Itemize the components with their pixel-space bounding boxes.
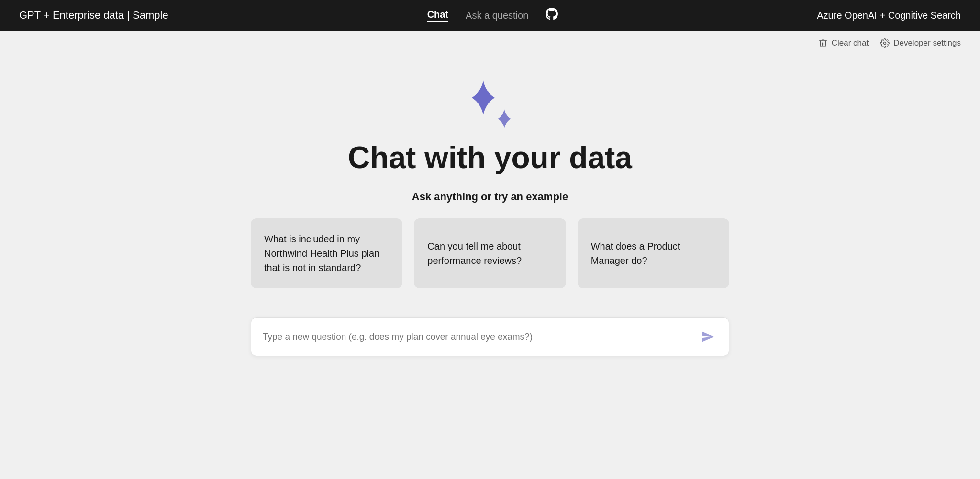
github-icon[interactable] (546, 8, 558, 23)
chat-input-container (251, 317, 729, 356)
nav-chat[interactable]: Chat (427, 9, 448, 22)
page-subheading: Ask anything or try an example (412, 191, 568, 203)
example-cards-container: What is included in my Northwind Health … (251, 218, 729, 288)
azure-label: Azure OpenAI + Cognitive Search (817, 10, 961, 21)
send-button[interactable] (698, 327, 717, 346)
example-card-2[interactable]: Can you tell me about performance review… (414, 218, 566, 288)
developer-settings-button[interactable]: Developer settings (880, 38, 961, 48)
app-header: GPT + Enterprise data | Sample Chat Ask … (0, 0, 980, 31)
svg-point-0 (884, 42, 886, 45)
trash-icon (818, 38, 828, 48)
sparkle-small-icon (495, 109, 514, 128)
example-card-1[interactable]: What is included in my Northwind Health … (251, 218, 402, 288)
example-card-3[interactable]: What does a Product Manager do? (578, 218, 729, 288)
clear-chat-button[interactable]: Clear chat (818, 38, 869, 48)
main-content: Chat with your data Ask anything or try … (0, 52, 980, 376)
page-heading: Chat with your data (348, 140, 632, 175)
sparkle-decoration (466, 80, 514, 128)
chat-input[interactable] (263, 331, 698, 342)
gear-icon (880, 38, 890, 48)
toolbar: Clear chat Developer settings (0, 31, 980, 52)
header-left: GPT + Enterprise data | Sample (19, 9, 168, 22)
main-nav: Chat Ask a question (427, 8, 558, 23)
app-title: GPT + Enterprise data | Sample (19, 9, 168, 22)
send-icon (701, 330, 714, 343)
nav-ask[interactable]: Ask a question (466, 10, 528, 21)
